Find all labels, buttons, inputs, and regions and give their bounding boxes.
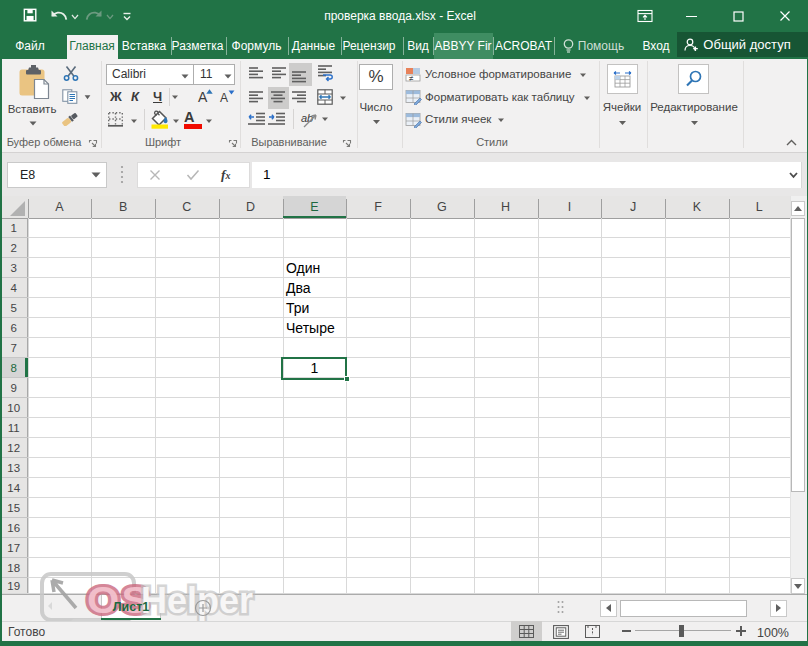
svg-text:≠: ≠ bbox=[409, 74, 414, 83]
